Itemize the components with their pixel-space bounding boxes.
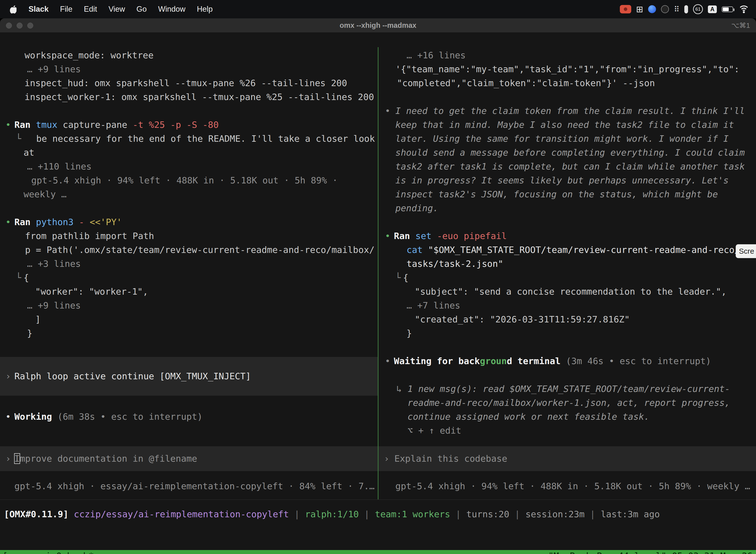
project-path: cczip/essay/ai-reimplementation-copyleft	[74, 509, 289, 519]
mailbox-note-line: readme-and-reco/mailbox/worker-1.json, a…	[379, 396, 756, 410]
collapsed-lines-indicator: … +16 lines	[379, 48, 756, 62]
collapsed-lines-indicator: … +9 lines	[0, 62, 378, 76]
session-status-left: gpt-5.4 xhigh · essay/ai-reimplementatio…	[0, 479, 378, 493]
terminal-window: omx --xhigh --madmax ⌥⌘1 workspace_mode:…	[0, 18, 756, 554]
window-titlebar[interactable]: omx --xhigh --madmax ⌥⌘1	[0, 18, 756, 33]
terminal-line: "completed","claim_token":"claim-token"}…	[379, 76, 756, 90]
screenshot-notification[interactable]: Scre	[736, 244, 756, 258]
bullet-icon: •	[5, 215, 11, 229]
text-cursor: I	[14, 453, 20, 464]
menu-edit[interactable]: Edit	[78, 5, 103, 14]
pane-divider[interactable]	[378, 47, 378, 499]
blank-line	[379, 90, 756, 104]
inject-banner: ›Ralph loop active continue [OMX_TMUX_IN…	[0, 357, 378, 396]
turns-counter: turns:20	[466, 509, 509, 519]
collapsed-lines-indicator: … +9 lines	[0, 298, 378, 313]
minimize-button[interactable]	[17, 22, 22, 29]
blank-line	[379, 340, 756, 354]
collapsed-lines-indicator: … +3 lines	[0, 257, 378, 271]
session-duration: session:23m	[525, 509, 584, 519]
close-button[interactable]	[6, 22, 12, 29]
mailbox-note-line: continue assigned work or next feasible …	[379, 410, 756, 424]
tmux-status-bar: [omx-cczip0:bash*"MacBook-Pro-44.local" …	[0, 550, 756, 554]
thinking-line: is in progress? It seems likely but perh…	[379, 173, 756, 187]
bullet-icon: •	[385, 229, 390, 243]
pane-bottom-separator	[0, 499, 756, 500]
blank-line	[0, 104, 378, 118]
terminal-line: inspect_worker-1: omx sparkshell --tmux-…	[0, 90, 378, 104]
window-shortcut-badge: ⌥⌘1	[731, 21, 750, 30]
waiting-status: •Waiting for background terminal (3m 46s…	[379, 354, 756, 368]
omx-version: [OMX#0.11.9]	[4, 509, 74, 519]
ran-command-line: •Ran tmux capture-pane -t %25 -p -S -80	[0, 118, 378, 132]
team-workers: team:1 workers	[375, 509, 450, 519]
blue-app-icon[interactable]	[648, 4, 656, 15]
menu-go[interactable]: Go	[131, 5, 152, 14]
terminal-line: workspace_mode: worktree	[0, 48, 378, 62]
collapsed-lines-indicator: … +110 lines	[0, 160, 378, 173]
script-body-line: from pathlib import Path	[0, 229, 378, 243]
screen-recording-indicator[interactable]	[620, 4, 631, 15]
bullet-icon: •	[5, 118, 11, 132]
prompt-chevron-icon: ›	[384, 452, 389, 466]
command-output-line: └{	[0, 271, 378, 285]
command-output-line: gpt-5.4 xhigh · 94% left · 488K in · 5.1…	[0, 173, 378, 187]
script-body-line: p = Path('.omx/state/team/review-current…	[0, 243, 378, 257]
elbow-icon: └	[395, 271, 401, 285]
command-output-line: }	[379, 326, 756, 340]
command-output-line: "subject": "send a concise recommendatio…	[379, 285, 756, 298]
blank-line	[379, 368, 756, 382]
menu-help[interactable]: Help	[191, 5, 218, 14]
thinking-line: pending.	[379, 201, 756, 215]
bullet-icon: •	[385, 104, 390, 118]
apple-menu[interactable]	[0, 5, 23, 14]
ran-command-line: •Ran python3 - <<'PY'	[0, 215, 378, 229]
menu-app-name[interactable]: Slack	[23, 5, 54, 14]
blank-line	[379, 215, 756, 229]
input-source-icon[interactable]: A	[708, 4, 717, 15]
menu-file[interactable]: File	[54, 5, 78, 14]
blank-line	[0, 201, 378, 215]
terminal-line: inspect_hud: omx sparkshell --tmux-pane …	[0, 76, 378, 90]
menu-window[interactable]: Window	[152, 5, 191, 14]
left-pane: workspace_mode: worktree … +9 lines insp…	[0, 48, 378, 340]
bullet-icon: •	[5, 410, 11, 424]
command-output-line: "worker": "worker-1",	[0, 285, 378, 298]
prompt-chevron-icon: ›	[5, 452, 11, 466]
bullet-icon: •	[385, 354, 390, 368]
omx-hud-line: [OMX#0.11.9] cczip/essay/ai-reimplementa…	[0, 507, 756, 521]
thinking-line: inspect task2's JSON, focusing on the st…	[379, 187, 756, 201]
edit-hint: ⌥ + ↑ edit	[379, 424, 756, 438]
dark-app-icon[interactable]	[661, 4, 669, 15]
command-output-line: at	[0, 146, 378, 160]
composer-placeholder: mprove documentation in @filename	[20, 453, 197, 464]
command-output-line: └be necessary for the end of the README.…	[0, 132, 378, 146]
thinking-line: should send a message before completing …	[379, 146, 756, 160]
command-line: cat "$OMX_TEAM_STATE_ROOT/team/review-cu…	[379, 243, 756, 257]
window-title: omx --xhigh --madmax	[339, 21, 416, 30]
window-manager-icon[interactable]: ⊞	[636, 4, 643, 15]
prompt-chevron-icon: ›	[5, 369, 11, 383]
terminal-content: workspace_mode: worktree … +9 lines insp…	[0, 33, 756, 554]
composer-input-right[interactable]: ›Explain this codebase	[378, 446, 756, 471]
menu-view[interactable]: View	[103, 5, 131, 14]
command-output-line: └{	[379, 271, 756, 285]
zoom-button[interactable]	[27, 22, 33, 29]
key-icon[interactable]	[684, 4, 688, 15]
battery-percentage-badge[interactable]: 61	[693, 4, 703, 15]
composer-input-left[interactable]: ›Improve documentation in @filename	[0, 446, 378, 471]
thinking-line: keep that in mind. Maybe I also need the…	[379, 118, 756, 132]
mailbox-note-line: ↳1 new msg(s): read $OMX_TEAM_STATE_ROOT…	[379, 382, 756, 396]
working-status: •Working (6m 38s • esc to interrupt)	[0, 410, 378, 424]
wifi-icon[interactable]	[738, 4, 750, 15]
command-output-line: }	[0, 326, 378, 340]
collapsed-lines-indicator: … +7 lines	[379, 298, 756, 313]
thinking-line: later. Using the same for transition mig…	[379, 132, 756, 146]
battery-icon[interactable]	[722, 4, 733, 15]
composer-placeholder: Explain this codebase	[394, 453, 507, 464]
dots-grid-icon[interactable]: ⠿	[674, 4, 679, 15]
last-activity: last:3m ago	[601, 509, 660, 519]
elbow-icon: └	[16, 271, 21, 285]
thinking-line: •I need to get the claim token from the …	[379, 104, 756, 118]
command-output-line: weekly …	[0, 187, 378, 201]
